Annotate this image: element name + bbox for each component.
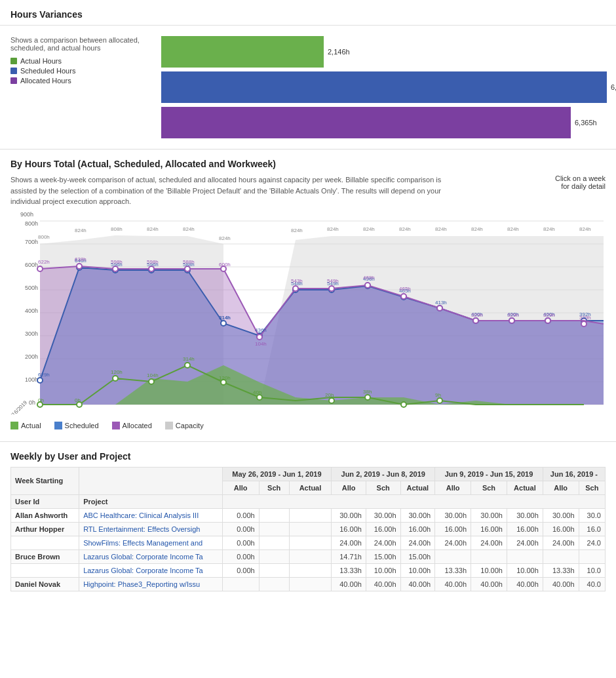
svg-text:824h: 824h <box>579 226 591 232</box>
val-cell <box>289 563 332 577</box>
svg-text:38h: 38h <box>363 389 372 395</box>
svg-text:824h: 824h <box>507 226 519 232</box>
project-cell: RTL Entertainment: Effects Oversigh <box>79 522 222 536</box>
val-cell <box>259 522 289 536</box>
val-cell <box>222 577 259 591</box>
svg-text:824h: 824h <box>219 235 231 241</box>
val-cell <box>579 549 605 563</box>
bar-allocated-label: 6,365h <box>575 119 597 127</box>
sh-sch-2: Sch <box>366 481 400 494</box>
sh-sch-4: Sch <box>579 481 605 494</box>
svg-point-58 <box>113 376 118 381</box>
user-cell <box>11 536 79 549</box>
val-cell: 15.00h <box>400 549 435 563</box>
svg-text:104h: 104h <box>255 341 267 347</box>
svg-text:0h: 0h <box>29 399 35 406</box>
svg-text:549h: 549h <box>327 278 339 284</box>
svg-text:543h: 543h <box>291 278 303 284</box>
val-cell: 0.00h <box>222 508 259 522</box>
project-cell: Lazarus Global: Corporate Income Ta <box>79 549 222 563</box>
val-cell: 40.00h <box>471 577 507 591</box>
val-cell <box>289 577 332 591</box>
chart-svg[interactable]: 0h 100h 200h 300h 400h 500h 600h 700h 80… <box>10 211 606 414</box>
svg-text:598h: 598h <box>111 259 123 265</box>
val-cell <box>289 522 332 536</box>
bar-actual-label: 2,146h <box>328 48 350 56</box>
svg-point-47 <box>293 286 298 291</box>
svg-text:104h: 104h <box>147 372 159 378</box>
legend-item-allocated: Allocated <box>112 422 152 429</box>
val-cell: 24.00h <box>400 536 435 549</box>
svg-text:500h: 500h <box>25 285 38 291</box>
svg-text:329h: 329h <box>543 312 555 318</box>
svg-point-55 <box>581 321 587 327</box>
sh-actual-2: Actual <box>400 481 435 494</box>
svg-text:824h: 824h <box>363 226 375 232</box>
legend-item-scheduled: Scheduled <box>54 422 99 429</box>
hv-legend: Shows a comparison between allocated, sc… <box>10 36 161 87</box>
svg-text:824h: 824h <box>291 228 303 233</box>
bar-scheduled <box>161 71 607 103</box>
project-cell: ABC Healthcare: Clinical Analysis III <box>79 508 222 522</box>
val-cell <box>289 549 332 563</box>
val-cell: 24.00h <box>543 536 579 549</box>
val-cell: 16.00h <box>366 522 400 536</box>
svg-text:100h: 100h <box>25 376 38 383</box>
bh-click-hint: Click on a week for daily detail <box>555 174 606 190</box>
user-cell: Daniel Novak <box>11 577 79 591</box>
svg-text:300h: 300h <box>25 330 38 337</box>
val-cell <box>259 563 289 577</box>
svg-point-59 <box>149 379 154 384</box>
svg-text:465h: 465h <box>399 286 411 292</box>
val-cell: 10.00h <box>471 563 507 577</box>
hours-variances-title: Hours Variances <box>10 9 606 20</box>
val-cell: 24.00h <box>435 536 471 549</box>
table-row: ShowFilms: Effects Management and 0.00h … <box>11 536 606 549</box>
val-cell <box>507 549 543 563</box>
weekly-table: Week Starting May 26, 2019 - Jun 1, 2019… <box>10 467 606 591</box>
allocated-legend-box <box>112 422 120 429</box>
svg-text:120h: 120h <box>219 375 231 381</box>
hv-bars: 2,146h 6,914h 6,365h <box>161 36 616 138</box>
actual-label: Actual Hours <box>20 57 62 65</box>
scheduled-legend-label: Scheduled <box>65 422 99 429</box>
svg-text:329h: 329h <box>471 312 483 318</box>
val-cell: 16.00h <box>507 522 543 536</box>
legend-scheduled: Scheduled Hours <box>10 67 161 75</box>
val-cell <box>259 508 289 522</box>
allocated-dot <box>10 77 17 84</box>
svg-text:808h: 808h <box>111 226 123 232</box>
svg-point-52 <box>473 318 478 323</box>
val-cell <box>259 549 289 563</box>
svg-text:20h: 20h <box>325 392 334 398</box>
svg-point-50 <box>401 294 406 299</box>
val-cell: 10.00h <box>366 563 400 577</box>
val-cell: 40.0 <box>579 577 605 591</box>
by-hours-title: By Hours Total (Actual, Scheduled, Alloc… <box>10 159 606 169</box>
table-row: Lazarus Global: Corporate Income Ta 0.00… <box>11 563 606 577</box>
svg-text:329h: 329h <box>579 315 591 321</box>
val-cell: 13.33h <box>435 563 471 577</box>
val-cell: 30.00h <box>435 508 471 522</box>
project-cell: ShowFilms: Effects Management and <box>79 536 222 549</box>
bar-actual <box>161 36 324 68</box>
val-cell: 13.33h <box>332 563 366 577</box>
svg-point-40 <box>37 266 43 271</box>
table-row: Allan Ashworth ABC Healthcare: Clinical … <box>11 508 606 522</box>
bar-scheduled-label: 6,914h <box>611 83 616 91</box>
weekly-title: Weekly by User and Project <box>10 451 606 462</box>
val-cell: 30.00h <box>543 508 579 522</box>
val-cell: 16.00h <box>543 522 579 536</box>
val-cell: 0.00h <box>222 549 259 563</box>
bar-row-actual: 2,146h <box>161 36 616 68</box>
svg-text:588h: 588h <box>183 259 195 265</box>
svg-point-41 <box>77 264 82 269</box>
svg-text:120h: 120h <box>111 369 123 375</box>
svg-point-51 <box>437 306 442 311</box>
svg-point-53 <box>509 318 514 323</box>
chart-container[interactable]: 0h 100h 200h 300h 400h 500h 600h 700h 80… <box>10 211 606 416</box>
svg-point-54 <box>545 318 550 323</box>
val-cell: 24.0 <box>579 536 605 549</box>
svg-text:314h: 314h <box>183 356 195 362</box>
val-cell: 24.00h <box>332 536 366 549</box>
